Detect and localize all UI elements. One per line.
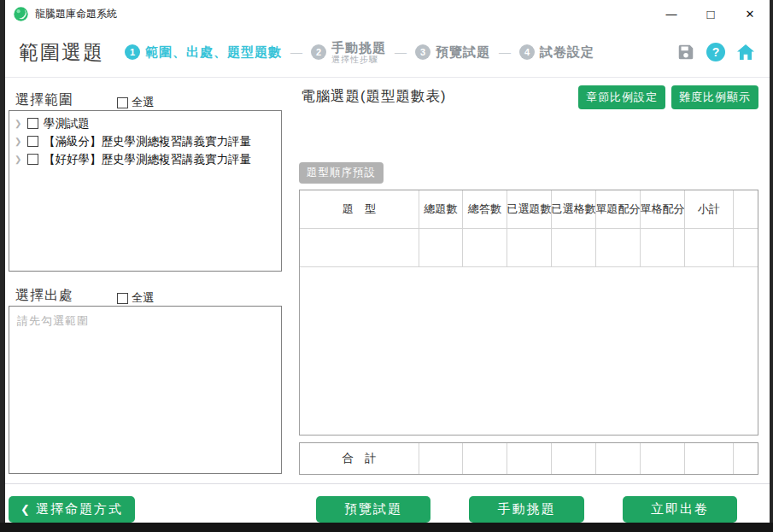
close-button[interactable]: ✕ [730,0,770,27]
range-tree: ❯ 學測試題 ❯ 【滿級分】歷史學測總複習講義實力評量 ❯ 【好好學】歷史學測總… [9,110,282,272]
step-1-label: 範圍、出處、題型題數 [145,44,282,61]
source-select-all[interactable]: 全選 [117,290,154,306]
step-2-label: 手動挑題 [331,40,386,55]
column-header: 單格配分 [641,190,685,228]
column-header: 小計 [685,190,734,228]
source-select-all-label: 全選 [132,290,154,306]
create-paper-button[interactable]: 立即出卷 [623,496,737,523]
minimize-button[interactable]: — [652,0,691,27]
table-row [300,229,758,267]
step-4-number: 4 [519,44,535,60]
source-section-title: 選擇出處 [15,287,73,305]
source-placeholder: 請先勾選範圍 [9,307,281,336]
column-header: 單題配分 [596,190,641,228]
column-header: 已選格數 [552,190,596,228]
range-section-title: 選擇範圍 [15,91,73,109]
tree-item-good-study[interactable]: ❯ 【好好學】歷史學測總複習講義實力評量 [9,150,281,168]
page-title: 範圍選題 [19,39,104,66]
step-4-paper-settings[interactable]: 4 試卷設定 [519,44,594,61]
tree-item-full-score[interactable]: ❯ 【滿級分】歷史學測總複習講義實力評量 [9,132,281,150]
tree-item-checkbox[interactable] [27,136,38,147]
help-icon[interactable]: ? [706,43,725,61]
column-header: 已選題數 [507,190,552,228]
footer-divider [5,483,770,484]
computer-selection-title: 電腦選題(題型題數表) [301,87,447,106]
step-separator: — [394,45,407,59]
range-select-all-checkbox[interactable] [117,97,128,108]
step-separator: — [498,45,512,59]
maximize-button[interactable]: □ [691,0,730,27]
expand-arrow-icon[interactable]: ❯ [15,119,22,128]
table-header-row: 題 型 總題數 總答數 已選題數 已選格數 單題配分 單格配分 小計 [300,190,758,229]
screen-edge-left [0,0,5,532]
save-icon[interactable] [676,42,696,62]
header-icons: ? [676,42,756,62]
title-bar: 龍騰題庫命題系統 — □ ✕ [5,0,770,27]
window-controls: — □ ✕ [652,0,770,27]
app-logo-icon [14,7,28,21]
home-icon[interactable] [735,42,756,62]
step-separator: — [290,45,303,59]
step-3-preview[interactable]: 3 預覽試題 [415,44,490,61]
tree-item-label: 學測試題 [44,116,90,132]
preview-questions-button[interactable]: 預覽試題 [316,496,430,523]
back-to-method-button[interactable]: ❮ 選擇命題方式 [9,496,135,523]
step-3-number: 3 [415,44,430,60]
tree-item-checkbox[interactable] [27,154,38,165]
step-2-number: 2 [311,44,326,60]
range-select-all[interactable]: 全選 [117,95,154,110]
source-select-all-checkbox[interactable] [117,293,128,304]
column-header: 總題數 [419,190,463,228]
tree-item-exam-questions[interactable]: ❯ 學測試題 [9,114,281,132]
tree-item-label: 【好好學】歷史學測總複習講義實力評量 [44,152,251,167]
chevron-left-icon: ❮ [20,503,30,516]
type-order-default-button[interactable]: 題型順序預設 [299,162,384,184]
question-type-table: 題 型 總題數 總答數 已選題數 已選格數 單題配分 單格配分 小計 [299,190,758,436]
expand-arrow-icon[interactable]: ❯ [15,155,22,164]
window-title: 龍騰題庫命題系統 [35,7,117,21]
step-1-range[interactable]: 1 範圍、出處、題型題數 [125,44,282,61]
source-list: 請先勾選範圍 [9,306,282,474]
step-3-label: 預覽試題 [436,44,490,61]
tree-item-checkbox[interactable] [27,118,38,129]
wizard-header: 範圍選題 1 範圍、出處、題型題數 — 2 手動挑題 選擇性步驟 — 3 預覽試… [5,27,770,78]
column-header [734,190,758,228]
back-button-label: 選擇命題方式 [36,501,123,517]
range-select-all-label: 全選 [132,95,154,110]
expand-arrow-icon[interactable]: ❯ [15,137,22,146]
step-2-manual-pick[interactable]: 2 手動挑題 選擇性步驟 [311,40,386,65]
step-4-label: 試卷設定 [540,44,594,61]
taskbar-strip [0,523,773,532]
table-total-row: 合 計 [299,442,758,475]
manual-pick-button[interactable]: 手動挑題 [469,496,584,523]
chapter-ratio-button[interactable]: 章節比例設定 [578,85,665,109]
step-1-number: 1 [125,44,140,60]
tree-item-label: 【滿級分】歷史學測總複習講義實力評量 [44,134,251,149]
column-header: 題 型 [300,190,419,228]
step-indicator: 1 範圍、出處、題型題數 — 2 手動挑題 選擇性步驟 — 3 預覽試題 — 4… [125,40,594,65]
screen-edge-right [770,0,773,532]
total-label: 合 計 [300,443,419,474]
right-panel-buttons: 章節比例設定 難度比例顯示 [595,85,758,109]
step-2-sublabel: 選擇性步驟 [331,55,386,65]
difficulty-ratio-button[interactable]: 難度比例顯示 [671,85,758,109]
column-header: 總答數 [463,190,507,228]
